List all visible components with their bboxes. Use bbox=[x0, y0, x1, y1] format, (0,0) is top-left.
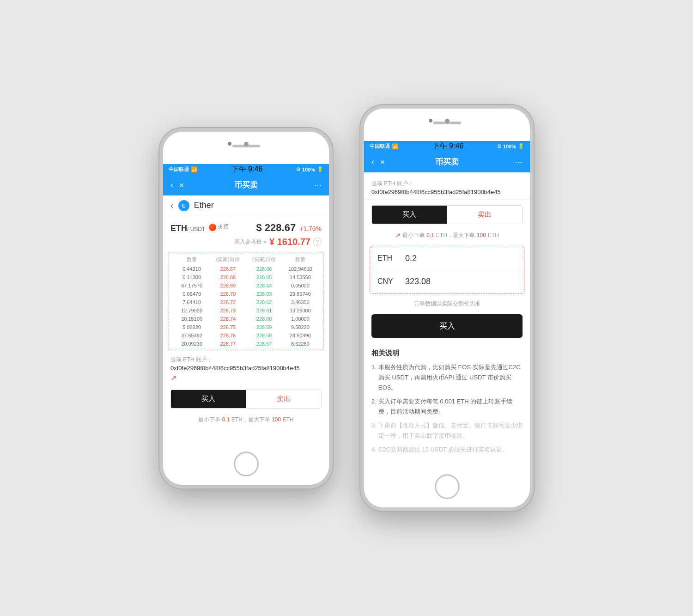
related-text-2: 下单前【收款方式】微信、支付宝、银行卡账号至少绑定一种，用于卖出数字货币收款。 bbox=[378, 421, 523, 441]
ob-r4-q1: 7.64410 bbox=[174, 299, 210, 305]
exchange-logo-1: 火币 bbox=[209, 223, 229, 231]
related-text-3: C2C交易额超过 15 USDT 必须先进行实名认证。 bbox=[378, 445, 508, 455]
ob-r2-bp: 228.64 bbox=[246, 283, 282, 288]
arrow-annotation-2: ↗ bbox=[395, 232, 401, 239]
ob-r0-bp: 228.66 bbox=[246, 266, 282, 272]
carrier-2: 中国联通 bbox=[370, 143, 390, 150]
nav-more-2[interactable]: ··· bbox=[495, 157, 523, 167]
ob-r4-q2: 3.46350 bbox=[282, 299, 318, 305]
ob-r6-sp: 228.74 bbox=[210, 316, 246, 322]
related-item-0: 1. 本服务性质为代购，比如购买 EOS 实际是先通过C2C购买 USDT，再调… bbox=[371, 362, 523, 393]
ob-r9-sp: 228.77 bbox=[210, 341, 246, 347]
ob-r3-q2: 29.86740 bbox=[282, 291, 318, 297]
status-right-2: ⊙ 100% 🔋 bbox=[497, 143, 524, 149]
ob-r5-q2: 13.26000 bbox=[282, 308, 318, 313]
ob-row-3: 0.66470 228.70 228.63 29.86740 bbox=[171, 290, 321, 298]
ob-r2-q1: 67.17570 bbox=[174, 283, 210, 288]
ob-r6-q2: 1.00000 bbox=[282, 316, 318, 322]
ob-row-7: 5.88220 228.75 228.59 9.58220 bbox=[171, 323, 321, 331]
related-item-1: 2. 买入订单需要支付每笔 0.001 ETH 的链上转账手续费，目前活动期间免… bbox=[371, 396, 523, 417]
battery-icon-2: ⊙ bbox=[497, 143, 501, 149]
ob-r1-q2: 14.53550 bbox=[282, 274, 318, 280]
ob-r4-sp: 228.72 bbox=[210, 299, 246, 305]
buy-button-2[interactable]: 买入 bbox=[371, 314, 523, 338]
bottom-bezel-1 bbox=[163, 443, 329, 485]
ob-r7-q1: 5.88220 bbox=[174, 324, 210, 330]
close-nav-icon-2[interactable]: ✕ bbox=[380, 159, 385, 166]
ref-price-label-1: 买入参考价 ≈ bbox=[234, 238, 267, 246]
ob-row-9: 20.09230 228.77 228.57 8.62260 bbox=[171, 340, 321, 348]
status-bar-1: 中国联通 📶 下午 9:46 ⊙ 100% 🔋 bbox=[163, 164, 329, 175]
ob-r1-bp: 228.65 bbox=[246, 274, 282, 280]
trade-tabs-1: 买入 卖出 bbox=[170, 390, 322, 409]
battery-icon-1: ⊙ bbox=[296, 166, 300, 172]
exchange-icon-1 bbox=[209, 224, 216, 231]
home-button-2[interactable] bbox=[435, 475, 459, 499]
time-2: 下午 9:46 bbox=[432, 141, 464, 151]
sell-tab-1[interactable]: 卖出 bbox=[246, 390, 322, 408]
back-arrow-1[interactable]: ‹ bbox=[170, 200, 174, 211]
ob-row-2: 67.17570 228.69 228.64 0.05000 bbox=[171, 281, 321, 290]
close-nav-icon-1[interactable]: ✕ bbox=[179, 182, 184, 189]
ob-row-0: 0.44210 228.67 228.66 102.94610 bbox=[171, 265, 321, 273]
ob-r2-q2: 0.05000 bbox=[282, 283, 318, 288]
nav-more-1[interactable]: ··· bbox=[294, 180, 322, 190]
order-book-header-1: 数量 (卖家)出价 (买家)出价 数量 bbox=[171, 254, 321, 265]
ob-r0-q2: 102.94610 bbox=[282, 266, 318, 272]
eth-value-2[interactable]: 0.2 bbox=[401, 254, 517, 263]
screen-content-2: 当前 ETH 账户： 0xf0fe2969f0b448f6cc955b3fad2… bbox=[364, 172, 530, 466]
coin-name-1: Ether bbox=[194, 201, 214, 210]
form-row-eth-2: ETH 0.2 bbox=[370, 247, 524, 270]
ob-r2-sp: 228.69 bbox=[210, 283, 246, 288]
back-nav-icon-1[interactable]: ‹ bbox=[170, 180, 173, 190]
camera-dot-1 bbox=[244, 142, 249, 146]
ob-r5-sp: 228.73 bbox=[210, 308, 246, 313]
related-num-3: 4. bbox=[371, 445, 377, 455]
help-icon-1[interactable]: ? bbox=[313, 238, 322, 246]
ob-row-6: 20.15100 228.74 228.60 1.00000 bbox=[171, 315, 321, 323]
ob-r4-bp: 228.62 bbox=[246, 299, 282, 305]
wifi-icon-1: 📶 bbox=[191, 166, 198, 173]
related-text-0: 本服务性质为代购，比如购买 EOS 实际是先通过C2C购买 USDT，再调用火币… bbox=[378, 362, 523, 393]
price-main-1: $ 228.67 bbox=[256, 222, 296, 234]
top-bezel-2 bbox=[364, 109, 530, 141]
related-num-0: 1. bbox=[371, 362, 377, 393]
front-camera-2 bbox=[429, 119, 432, 122]
form-row-cny-2: CNY 323.08 bbox=[370, 270, 524, 293]
top-bezel-1 bbox=[163, 132, 329, 164]
related-title-2: 相关说明 bbox=[371, 349, 523, 358]
screen-content-1: ‹ E Ether ETH/ USDT 火币 $ 228.67 +1.76% bbox=[163, 195, 329, 443]
nav-left-2[interactable]: ‹ ✕ bbox=[371, 157, 399, 167]
buy-tab-2[interactable]: 买入 bbox=[372, 206, 447, 224]
account-address-2: 0xf0fe2969f0b448f6cc955b3fad25fa81908b4e… bbox=[371, 189, 523, 195]
ob-header-qty-sell: 数量 bbox=[174, 256, 210, 263]
ob-r1-sp: 228.68 bbox=[210, 274, 246, 280]
related-num-1: 2. bbox=[371, 396, 377, 417]
front-camera-1 bbox=[228, 142, 231, 146]
battery-bar-2: 🔋 bbox=[518, 143, 524, 149]
home-button-1[interactable] bbox=[234, 452, 258, 476]
back-nav-icon-2[interactable]: ‹ bbox=[371, 157, 374, 167]
account-section-top-2: 当前 ETH 账户： 0xf0fe2969f0b448f6cc955b3fad2… bbox=[364, 172, 530, 200]
sell-tab-2[interactable]: 卖出 bbox=[447, 206, 523, 224]
ob-r9-bp: 228.57 bbox=[246, 341, 282, 347]
trading-pair-1: ETH/ USDT bbox=[170, 224, 205, 233]
ob-header-qty-buy: 数量 bbox=[282, 256, 318, 263]
ob-row-4: 7.64410 228.72 228.62 3.46350 bbox=[171, 298, 321, 306]
carrier-1: 中国联通 bbox=[169, 166, 189, 173]
ob-r3-sp: 228.70 bbox=[210, 291, 246, 297]
exchange-name-1: 火币 bbox=[218, 223, 229, 231]
trade-form-2: ETH 0.2 CNY 323.08 bbox=[370, 247, 524, 293]
back-row-1: ‹ E Ether bbox=[163, 195, 329, 216]
ob-r0-q1: 0.44210 bbox=[174, 266, 210, 272]
screen-2: 中国联通 📶 下午 9:46 ⊙ 100% 🔋 ‹ ✕ 币买卖 ··· 当前 E… bbox=[364, 141, 530, 466]
buy-tab-1[interactable]: 买入 bbox=[171, 390, 246, 408]
cny-value-2[interactable]: 323.08 bbox=[401, 277, 517, 287]
account-address-1: 0xf0fe2969f0b448f6cc955b3fad25fa81908b4e… bbox=[170, 365, 300, 372]
ref-price-value-1: ¥ 1610.77 bbox=[269, 237, 310, 247]
nav-left-1[interactable]: ‹ ✕ bbox=[170, 180, 198, 190]
ob-r6-q1: 20.15100 bbox=[174, 316, 210, 322]
ob-r5-q1: 12.79920 bbox=[174, 308, 210, 313]
trade-tabs-2: 买入 卖出 bbox=[371, 205, 523, 224]
ob-r7-sp: 228.75 bbox=[210, 324, 246, 330]
